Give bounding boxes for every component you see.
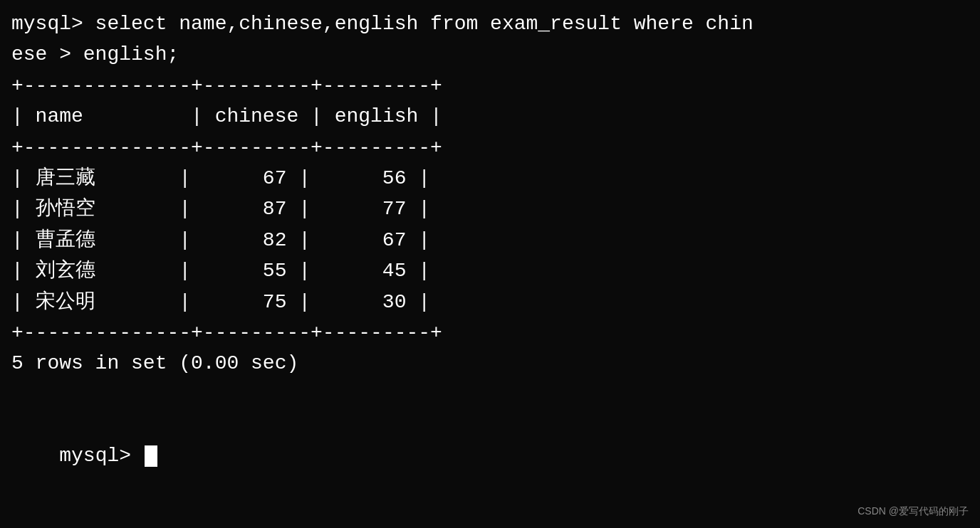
query-line-1: mysql> select name,chinese,english from …	[11, 9, 969, 39]
query-line-2: ese > english;	[11, 39, 969, 70]
terminal-window: mysql> select name,chinese,english from …	[0, 0, 980, 528]
table-row-3: | 曹孟德 | 82 | 67 |	[11, 225, 969, 255]
table-row-4: | 刘玄德 | 55 | 45 |	[11, 255, 969, 286]
table-row-5: | 宋公明 | 75 | 30 |	[11, 287, 969, 317]
table-row-1: | 唐三藏 | 67 | 56 |	[11, 163, 969, 194]
separator-top: +--------------+---------+---------+	[11, 70, 969, 101]
table-row-2: | 孙悟空 | 87 | 77 |	[11, 194, 969, 224]
table-header: | name | chinese | english |	[11, 101, 969, 132]
next-prompt-line[interactable]: mysql>	[11, 410, 969, 502]
empty-line	[11, 379, 969, 410]
separator-mid: +--------------+---------+---------+	[11, 132, 969, 163]
watermark: CSDN @爱写代码的刚子	[858, 505, 969, 518]
next-prompt-text: mysql>	[59, 445, 143, 467]
cursor-block	[145, 445, 157, 467]
separator-bot: +--------------+---------+---------+	[11, 317, 969, 348]
result-info: 5 rows in set (0.00 sec)	[11, 348, 969, 379]
